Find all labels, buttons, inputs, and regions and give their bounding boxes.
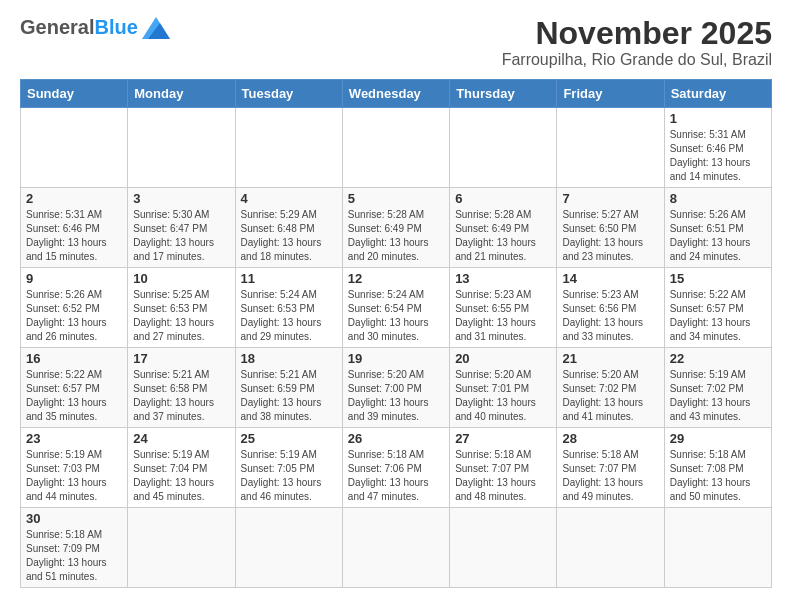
day-info: Sunrise: 5:19 AM Sunset: 7:05 PM Dayligh… (241, 448, 337, 504)
header-friday: Friday (557, 80, 664, 108)
day-number: 23 (26, 431, 122, 446)
day-number: 22 (670, 351, 766, 366)
logo-blue-text: Blue (94, 16, 137, 39)
calendar-cell (450, 108, 557, 188)
calendar-cell: 22Sunrise: 5:19 AM Sunset: 7:02 PM Dayli… (664, 348, 771, 428)
calendar-cell: 4Sunrise: 5:29 AM Sunset: 6:48 PM Daylig… (235, 188, 342, 268)
day-number: 3 (133, 191, 229, 206)
location-subtitle: Farroupilha, Rio Grande do Sul, Brazil (502, 51, 772, 69)
day-info: Sunrise: 5:29 AM Sunset: 6:48 PM Dayligh… (241, 208, 337, 264)
calendar-cell: 7Sunrise: 5:27 AM Sunset: 6:50 PM Daylig… (557, 188, 664, 268)
day-number: 12 (348, 271, 444, 286)
day-number: 24 (133, 431, 229, 446)
day-info: Sunrise: 5:18 AM Sunset: 7:08 PM Dayligh… (670, 448, 766, 504)
day-info: Sunrise: 5:24 AM Sunset: 6:53 PM Dayligh… (241, 288, 337, 344)
day-number: 30 (26, 511, 122, 526)
day-info: Sunrise: 5:18 AM Sunset: 7:07 PM Dayligh… (455, 448, 551, 504)
day-number: 21 (562, 351, 658, 366)
logo-icon (142, 17, 170, 39)
header-sunday: Sunday (21, 80, 128, 108)
day-info: Sunrise: 5:22 AM Sunset: 6:57 PM Dayligh… (670, 288, 766, 344)
calendar-week-row: 2Sunrise: 5:31 AM Sunset: 6:46 PM Daylig… (21, 188, 772, 268)
calendar-week-row: 1Sunrise: 5:31 AM Sunset: 6:46 PM Daylig… (21, 108, 772, 188)
day-number: 26 (348, 431, 444, 446)
calendar-cell (235, 508, 342, 588)
calendar-cell: 2Sunrise: 5:31 AM Sunset: 6:46 PM Daylig… (21, 188, 128, 268)
day-info: Sunrise: 5:22 AM Sunset: 6:57 PM Dayligh… (26, 368, 122, 424)
day-number: 17 (133, 351, 229, 366)
title-section: November 2025 Farroupilha, Rio Grande do… (502, 16, 772, 69)
header-thursday: Thursday (450, 80, 557, 108)
calendar-cell (557, 108, 664, 188)
calendar-cell: 26Sunrise: 5:18 AM Sunset: 7:06 PM Dayli… (342, 428, 449, 508)
calendar-cell (235, 108, 342, 188)
header-tuesday: Tuesday (235, 80, 342, 108)
header-saturday: Saturday (664, 80, 771, 108)
calendar-cell: 9Sunrise: 5:26 AM Sunset: 6:52 PM Daylig… (21, 268, 128, 348)
day-info: Sunrise: 5:23 AM Sunset: 6:55 PM Dayligh… (455, 288, 551, 344)
calendar-cell: 11Sunrise: 5:24 AM Sunset: 6:53 PM Dayli… (235, 268, 342, 348)
calendar-cell: 27Sunrise: 5:18 AM Sunset: 7:07 PM Dayli… (450, 428, 557, 508)
calendar-cell: 5Sunrise: 5:28 AM Sunset: 6:49 PM Daylig… (342, 188, 449, 268)
calendar-week-row: 9Sunrise: 5:26 AM Sunset: 6:52 PM Daylig… (21, 268, 772, 348)
calendar-week-row: 23Sunrise: 5:19 AM Sunset: 7:03 PM Dayli… (21, 428, 772, 508)
calendar-cell (128, 108, 235, 188)
calendar-cell (342, 508, 449, 588)
day-number: 25 (241, 431, 337, 446)
day-info: Sunrise: 5:26 AM Sunset: 6:51 PM Dayligh… (670, 208, 766, 264)
calendar-cell: 1Sunrise: 5:31 AM Sunset: 6:46 PM Daylig… (664, 108, 771, 188)
day-number: 19 (348, 351, 444, 366)
page-header: General Blue November 2025 Farroupilha, … (20, 16, 772, 69)
day-info: Sunrise: 5:30 AM Sunset: 6:47 PM Dayligh… (133, 208, 229, 264)
day-info: Sunrise: 5:28 AM Sunset: 6:49 PM Dayligh… (348, 208, 444, 264)
day-info: Sunrise: 5:20 AM Sunset: 7:00 PM Dayligh… (348, 368, 444, 424)
calendar-cell (342, 108, 449, 188)
day-number: 2 (26, 191, 122, 206)
day-info: Sunrise: 5:18 AM Sunset: 7:07 PM Dayligh… (562, 448, 658, 504)
day-number: 11 (241, 271, 337, 286)
day-number: 15 (670, 271, 766, 286)
calendar-cell: 30Sunrise: 5:18 AM Sunset: 7:09 PM Dayli… (21, 508, 128, 588)
day-info: Sunrise: 5:19 AM Sunset: 7:03 PM Dayligh… (26, 448, 122, 504)
calendar-cell: 15Sunrise: 5:22 AM Sunset: 6:57 PM Dayli… (664, 268, 771, 348)
calendar-cell: 24Sunrise: 5:19 AM Sunset: 7:04 PM Dayli… (128, 428, 235, 508)
day-number: 29 (670, 431, 766, 446)
calendar-cell (450, 508, 557, 588)
calendar-cell: 25Sunrise: 5:19 AM Sunset: 7:05 PM Dayli… (235, 428, 342, 508)
day-number: 9 (26, 271, 122, 286)
day-info: Sunrise: 5:18 AM Sunset: 7:09 PM Dayligh… (26, 528, 122, 584)
day-info: Sunrise: 5:31 AM Sunset: 6:46 PM Dayligh… (670, 128, 766, 184)
day-info: Sunrise: 5:24 AM Sunset: 6:54 PM Dayligh… (348, 288, 444, 344)
calendar-cell: 23Sunrise: 5:19 AM Sunset: 7:03 PM Dayli… (21, 428, 128, 508)
calendar-header-row: SundayMondayTuesdayWednesdayThursdayFrid… (21, 80, 772, 108)
calendar-cell: 14Sunrise: 5:23 AM Sunset: 6:56 PM Dayli… (557, 268, 664, 348)
calendar-cell: 29Sunrise: 5:18 AM Sunset: 7:08 PM Dayli… (664, 428, 771, 508)
day-info: Sunrise: 5:27 AM Sunset: 6:50 PM Dayligh… (562, 208, 658, 264)
day-number: 4 (241, 191, 337, 206)
calendar-cell: 10Sunrise: 5:25 AM Sunset: 6:53 PM Dayli… (128, 268, 235, 348)
calendar-cell (664, 508, 771, 588)
day-number: 14 (562, 271, 658, 286)
calendar-cell: 8Sunrise: 5:26 AM Sunset: 6:51 PM Daylig… (664, 188, 771, 268)
calendar-cell: 28Sunrise: 5:18 AM Sunset: 7:07 PM Dayli… (557, 428, 664, 508)
calendar-cell: 6Sunrise: 5:28 AM Sunset: 6:49 PM Daylig… (450, 188, 557, 268)
day-number: 5 (348, 191, 444, 206)
day-number: 1 (670, 111, 766, 126)
day-info: Sunrise: 5:20 AM Sunset: 7:02 PM Dayligh… (562, 368, 658, 424)
day-number: 27 (455, 431, 551, 446)
calendar-week-row: 16Sunrise: 5:22 AM Sunset: 6:57 PM Dayli… (21, 348, 772, 428)
calendar-cell (128, 508, 235, 588)
day-number: 7 (562, 191, 658, 206)
calendar-cell (21, 108, 128, 188)
day-number: 28 (562, 431, 658, 446)
calendar-cell: 17Sunrise: 5:21 AM Sunset: 6:58 PM Dayli… (128, 348, 235, 428)
day-info: Sunrise: 5:21 AM Sunset: 6:59 PM Dayligh… (241, 368, 337, 424)
calendar-cell: 13Sunrise: 5:23 AM Sunset: 6:55 PM Dayli… (450, 268, 557, 348)
calendar-cell: 3Sunrise: 5:30 AM Sunset: 6:47 PM Daylig… (128, 188, 235, 268)
calendar-cell: 20Sunrise: 5:20 AM Sunset: 7:01 PM Dayli… (450, 348, 557, 428)
month-title: November 2025 (502, 16, 772, 51)
day-number: 16 (26, 351, 122, 366)
calendar-cell (557, 508, 664, 588)
calendar-cell: 16Sunrise: 5:22 AM Sunset: 6:57 PM Dayli… (21, 348, 128, 428)
day-info: Sunrise: 5:25 AM Sunset: 6:53 PM Dayligh… (133, 288, 229, 344)
